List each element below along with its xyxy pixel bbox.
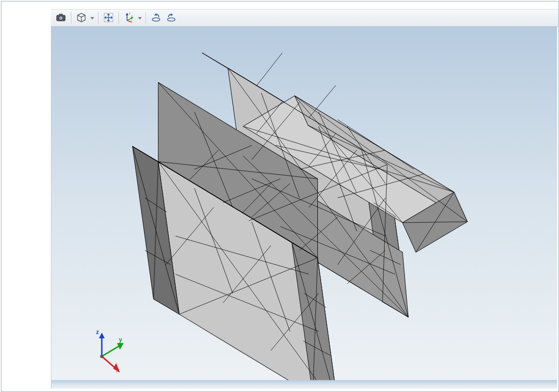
viewport-toolbar: z y x bbox=[51, 9, 559, 27]
toolbar-separator bbox=[98, 12, 98, 24]
triad-z-label: z bbox=[96, 329, 99, 335]
svg-point-21 bbox=[152, 18, 160, 21]
move-button[interactable] bbox=[101, 11, 116, 25]
rotate-left-button[interactable] bbox=[149, 11, 163, 25]
box-view-button[interactable] bbox=[74, 11, 88, 25]
svg-marker-9 bbox=[107, 13, 110, 15]
svg-rect-1 bbox=[59, 14, 63, 16]
orientation-triad: z y x bbox=[86, 329, 131, 374]
move-icon bbox=[104, 13, 113, 24]
rotate-left-icon bbox=[151, 13, 161, 24]
axes-dropdown[interactable] bbox=[137, 11, 143, 25]
axes-icon: z y x bbox=[124, 13, 134, 24]
toolbar-separator bbox=[71, 12, 71, 24]
toolbar-separator bbox=[118, 12, 119, 24]
svg-rect-194 bbox=[51, 380, 557, 389]
svg-marker-196 bbox=[99, 333, 105, 338]
svg-text:z: z bbox=[129, 13, 130, 15]
svg-marker-10 bbox=[107, 20, 110, 22]
axes-button[interactable]: z y x bbox=[122, 11, 136, 25]
screenshot-button[interactable] bbox=[54, 11, 68, 25]
svg-marker-12 bbox=[111, 16, 113, 19]
svg-point-201 bbox=[100, 355, 104, 358]
triad-axes-icon bbox=[86, 329, 131, 374]
svg-text:x: x bbox=[130, 19, 132, 22]
toolbar-separator bbox=[146, 12, 146, 24]
rotate-right-button[interactable] bbox=[164, 11, 178, 25]
svg-point-3 bbox=[60, 17, 62, 19]
app-frame: z y x bbox=[1, 1, 559, 392]
camera-icon bbox=[56, 14, 66, 23]
triad-y-label: y bbox=[119, 336, 122, 343]
box-view-dropdown[interactable] bbox=[89, 11, 95, 25]
rotate-right-icon bbox=[167, 13, 176, 24]
svg-marker-14 bbox=[126, 13, 128, 15]
content-area: z y x bbox=[51, 1, 559, 392]
box-view-icon bbox=[77, 13, 86, 24]
3d-viewport[interactable]: z y x bbox=[51, 26, 557, 389]
svg-marker-11 bbox=[104, 16, 106, 19]
svg-point-23 bbox=[167, 18, 175, 21]
triad-x-label: x bbox=[116, 367, 119, 373]
left-gutter bbox=[1, 1, 51, 392]
svg-line-197 bbox=[102, 345, 121, 356]
svg-text:y: y bbox=[131, 14, 133, 17]
